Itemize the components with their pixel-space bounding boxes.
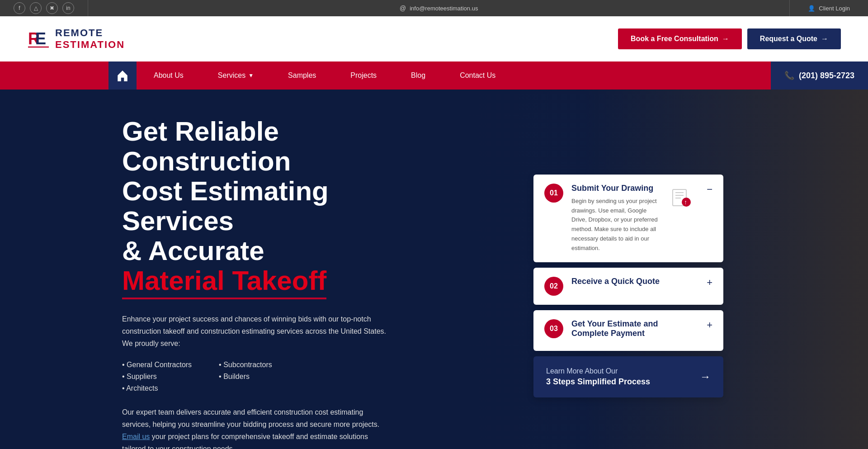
linkedin-icon[interactable]: in <box>62 2 74 14</box>
hero-content: Get Reliable Construction Cost Estimatin… <box>0 90 416 449</box>
hero-list-col1: • General Contractors • Suppliers • Arch… <box>122 361 192 392</box>
social-links[interactable]: f △ ✖ in <box>0 0 88 16</box>
client-login[interactable]: 👤 Client Login <box>790 0 868 16</box>
request-quote-button[interactable]: Request a Quote → <box>747 28 841 49</box>
hero-list: • General Contractors • Suppliers • Arch… <box>122 361 416 392</box>
learn-more-title: 3 Steps Simplified Process <box>546 377 650 387</box>
step-1-number: 01 <box>544 184 563 203</box>
logo-remote: REMOTE <box>55 27 125 39</box>
list-item-subcontractors: • Subcontractors <box>219 361 272 369</box>
step-1-toggle[interactable]: − <box>707 184 712 195</box>
step-3-toggle[interactable]: + <box>707 319 712 331</box>
hero-section: Get Reliable Construction Cost Estimatin… <box>0 90 868 449</box>
step-2-number: 02 <box>544 277 563 296</box>
facebook-icon[interactable]: f <box>14 2 25 14</box>
step-2-toggle[interactable]: + <box>707 277 712 288</box>
logo-icon: R E <box>27 27 51 51</box>
step-2-body: Receive a Quick Quote <box>571 277 695 290</box>
list-item-gc: • General Contractors <box>122 361 192 369</box>
logo[interactable]: R E REMOTE ESTIMATION <box>27 27 125 51</box>
step-1-description: Begin by sending us your project drawing… <box>571 197 660 253</box>
step-3-body: Get Your Estimate and Complete Payment <box>571 319 695 342</box>
step-2-card[interactable]: 02 Receive a Quick Quote + <box>533 268 723 305</box>
step-1-icon: ↑ <box>668 184 695 211</box>
header: R E REMOTE ESTIMATION Book a Free Consul… <box>0 16 868 61</box>
nav-about[interactable]: About Us <box>137 61 201 90</box>
hero-list-col2: • Subcontractors • Builders <box>219 361 272 392</box>
list-item-architects: • Architects <box>122 384 192 392</box>
step-1-card[interactable]: 01 Submit Your Drawing Begin by sending … <box>533 175 723 262</box>
step-2-title: Receive a Quick Quote <box>571 277 695 286</box>
learn-more-text-block: Learn More About Our 3 Steps Simplified … <box>546 367 650 387</box>
home-icon[interactable] <box>108 61 137 90</box>
learn-more-label: Learn More About Our <box>546 367 650 375</box>
nav-projects[interactable]: Projects <box>333 61 394 90</box>
nav-contact[interactable]: Contact Us <box>443 61 513 90</box>
nav-items: About Us Services ▼ Samples Projects Blo… <box>137 61 771 90</box>
nav-blog[interactable]: Blog <box>394 61 443 90</box>
header-buttons: Book a Free Consultation → Request a Quo… <box>618 28 841 49</box>
book-consultation-button[interactable]: Book a Free Consultation → <box>618 28 742 49</box>
twitter-icon[interactable]: ✖ <box>46 2 58 14</box>
nav-samples[interactable]: Samples <box>271 61 333 90</box>
email-us-link[interactable]: Email us <box>122 433 150 440</box>
hero-description: Enhance your project success and chances… <box>122 313 393 350</box>
user-icon: 👤 <box>808 5 815 12</box>
nav-services[interactable]: Services ▼ <box>201 61 271 90</box>
top-bar: f △ ✖ in @ info@remoteestimation.us 👤 Cl… <box>0 0 868 16</box>
svg-rect-4 <box>675 192 684 193</box>
logo-estimation: ESTIMATION <box>55 39 125 51</box>
steps-panel: 01 Submit Your Drawing Begin by sending … <box>533 90 723 449</box>
nav-phone[interactable]: 📞 (201) 895-2723 <box>771 61 868 90</box>
email-address: info@remoteestimation.us <box>410 5 478 12</box>
login-label: Client Login <box>819 5 850 12</box>
chevron-down-icon: ▼ <box>248 72 254 79</box>
email-icon: @ <box>400 5 406 12</box>
svg-text:E: E <box>35 29 46 48</box>
phone-icon: 📞 <box>784 71 794 80</box>
step-3-title: Get Your Estimate and Complete Payment <box>571 319 695 338</box>
list-item-suppliers: • Suppliers <box>122 373 192 381</box>
step-3-card[interactable]: 03 Get Your Estimate and Complete Paymen… <box>533 310 723 351</box>
hero-bottom-paragraph: Our expert team delivers accurate and ef… <box>122 406 393 449</box>
instagram-icon[interactable]: △ <box>30 2 42 14</box>
learn-more-card[interactable]: Learn More About Our 3 Steps Simplified … <box>533 356 723 397</box>
navigation: About Us Services ▼ Samples Projects Blo… <box>0 61 868 90</box>
step-1-title: Submit Your Drawing <box>571 184 660 193</box>
email-bar: @ info@remoteestimation.us <box>88 0 790 16</box>
logo-text: REMOTE ESTIMATION <box>55 27 125 51</box>
learn-more-arrow: → <box>700 370 711 383</box>
svg-rect-6 <box>675 198 681 199</box>
step-1-body: Submit Your Drawing Begin by sending us … <box>571 184 660 253</box>
step-3-number: 03 <box>544 319 563 338</box>
svg-text:↑: ↑ <box>684 199 687 206</box>
hero-title: Get Reliable Construction Cost Estimatin… <box>122 117 416 299</box>
svg-rect-5 <box>675 195 684 196</box>
list-item-builders: • Builders <box>219 373 272 381</box>
